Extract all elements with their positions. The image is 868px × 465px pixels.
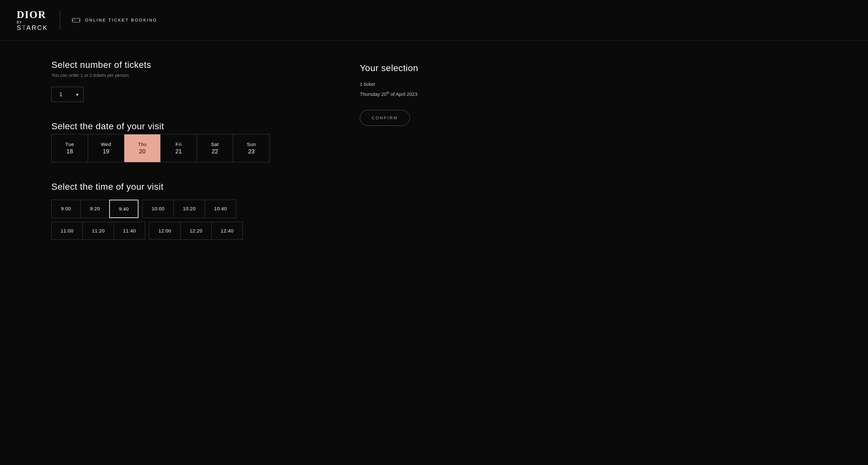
date-grid: Tue 18 Wed 19 Thu 20 Fri 21 Sat 22 Sun 2… [52, 134, 270, 163]
date-section: Select the date of your visit Tue 18 Wed… [52, 121, 341, 163]
left-column: Select number of tickets You can order 1… [52, 60, 341, 259]
main-content: Select number of tickets You can order 1… [0, 40, 868, 278]
time-group-group-10: 10:0010:2010:40 [142, 200, 236, 218]
date-day: Sun [233, 142, 270, 147]
time-cell-1220[interactable]: 12:20 [181, 222, 212, 239]
logo: DIOR BY STARCK [17, 9, 48, 31]
header-nav-label: ONLINE TICKET BOOKING [85, 18, 157, 23]
date-cell-19[interactable]: Wed 19 [88, 135, 124, 162]
date-section-title: Select the date of your visit [52, 121, 341, 132]
date-day: Fri [161, 142, 196, 147]
time-cell-1200[interactable]: 12:00 [149, 222, 181, 239]
time-groups: 9:009:209:4010:0010:2010:4011:0011:2011:… [52, 200, 341, 239]
confirm-button[interactable]: CONFIRM [360, 110, 410, 126]
time-cell-920[interactable]: 9:20 [81, 200, 110, 218]
time-cell-1120[interactable]: 11:20 [83, 222, 114, 239]
logo-starck: STARCK [17, 24, 48, 31]
logo-starck-highlight: T [22, 24, 26, 31]
time-cell-1020[interactable]: 10:20 [174, 200, 205, 218]
selection-date: Thursday 20th of April 2023 [360, 90, 450, 98]
selection-date-suffix: of April 2023 [389, 91, 417, 97]
time-row-0: 9:009:209:4010:0010:2010:40 [52, 200, 341, 218]
header-nav: ONLINE TICKET BOOKING [72, 16, 157, 25]
date-cell-20[interactable]: Thu 20 [124, 135, 161, 162]
tickets-title: Select number of tickets [52, 60, 341, 70]
time-section: Select the time of your visit 9:009:209:… [52, 182, 341, 239]
date-day: Wed [88, 142, 124, 147]
selection-ticket-count: 1 ticket [360, 80, 450, 88]
logo-dior: DIOR [17, 9, 48, 20]
time-cell-1000[interactable]: 10:00 [143, 200, 174, 218]
time-cell-1140[interactable]: 11:40 [114, 222, 145, 239]
date-num: 23 [233, 148, 270, 155]
time-group-group-11: 11:0011:2011:40 [52, 222, 145, 239]
date-num: 21 [161, 148, 196, 155]
right-column: Your selection 1 ticket Thursday 20th of… [360, 60, 450, 259]
ticket-icon [72, 16, 81, 25]
tickets-section: Select number of tickets You can order 1… [52, 60, 341, 102]
time-row-1: 11:0011:2011:4012:0012:2012:40 [52, 222, 341, 239]
logo-starck-pre: S [17, 24, 22, 31]
time-section-title: Select the time of your visit [52, 182, 341, 192]
selection-date-sup: th [386, 91, 389, 94]
logo-by: BY [17, 20, 48, 24]
date-cell-23[interactable]: Sun 23 [233, 135, 270, 162]
date-num: 22 [197, 148, 233, 155]
date-num: 20 [124, 148, 160, 155]
date-cell-22[interactable]: Sat 22 [197, 135, 233, 162]
selection-title: Your selection [360, 63, 450, 73]
tickets-subtitle: You can order 1 or 2 tickets per person [52, 73, 341, 78]
time-group-group-9: 9:009:209:40 [52, 200, 138, 218]
date-day: Thu [124, 142, 160, 147]
date-cell-21[interactable]: Fri 21 [161, 135, 197, 162]
time-cell-1040[interactable]: 10:40 [205, 200, 236, 218]
date-day: Sat [197, 142, 233, 147]
ticket-select-wrapper[interactable]: 1 2 ▾ [52, 87, 84, 102]
time-cell-1100[interactable]: 11:00 [52, 222, 83, 239]
time-cell-900[interactable]: 9:00 [52, 200, 81, 218]
date-num: 18 [52, 148, 88, 155]
time-cell-940[interactable]: 9:40 [109, 200, 138, 218]
header-divider [60, 10, 60, 30]
date-cell-18[interactable]: Tue 18 [52, 135, 88, 162]
ticket-count-select[interactable]: 1 2 [52, 87, 84, 102]
header: DIOR BY STARCK ONLINE TICKET BOOKING [0, 0, 868, 40]
date-day: Tue [52, 142, 88, 147]
selection-date-label: Thursday 20 [360, 91, 386, 97]
time-cell-1240[interactable]: 12:40 [212, 222, 243, 239]
time-group-group-12: 12:0012:2012:40 [149, 222, 243, 239]
date-num: 19 [88, 148, 124, 155]
logo-starck-post: ARCK [26, 24, 48, 31]
